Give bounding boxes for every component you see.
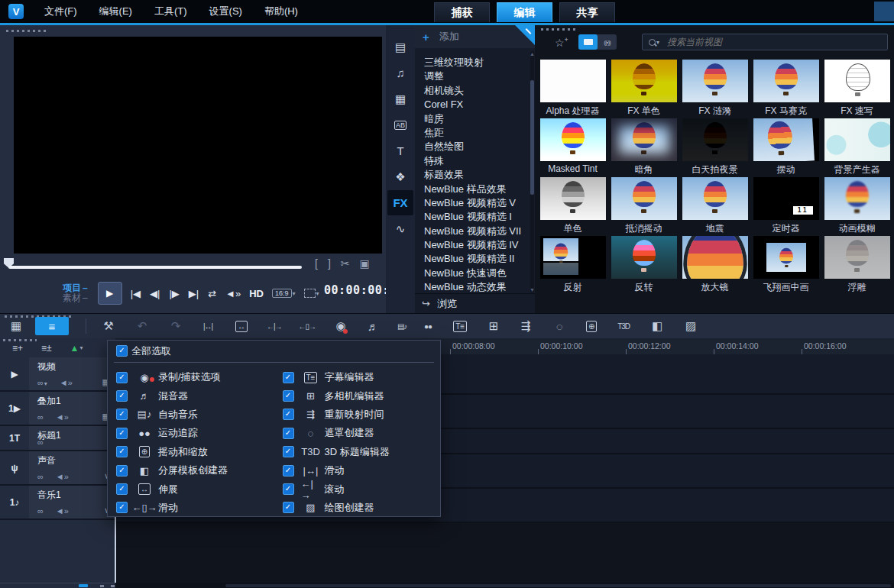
- previous-frame-button[interactable]: ◀|: [150, 288, 160, 299]
- category-item[interactable]: 相机镜头: [415, 84, 530, 98]
- graphic-icon[interactable]: ❖: [387, 164, 413, 189]
- multicam-editor-menu-item[interactable]: ⊞多相机编辑器: [283, 386, 441, 405]
- checkbox-checked[interactable]: [283, 390, 294, 402]
- category-item[interactable]: 焦距: [415, 126, 530, 140]
- mode-tab[interactable]: 编辑: [497, 2, 552, 22]
- next-frame-button[interactable]: |▶: [169, 288, 179, 299]
- selection-tool[interactable]: ▾: [304, 289, 319, 298]
- scroll-button[interactable]: ←|→: [267, 317, 282, 335]
- effect-thumbnail[interactable]: [753, 236, 819, 279]
- effect-thumbnail[interactable]: [824, 236, 890, 279]
- category-item[interactable]: NewBlue 视频精选 I: [415, 210, 530, 224]
- effect-thumbnail[interactable]: [540, 236, 606, 279]
- effect-thumbnail[interactable]: [753, 60, 819, 102]
- search-input[interactable]: [666, 36, 867, 48]
- checkbox-checked[interactable]: [116, 428, 128, 439]
- storyboard-view-button[interactable]: ▦: [9, 317, 23, 335]
- link-icon[interactable]: ∞: [37, 438, 44, 447]
- category-item[interactable]: NewBlue 视频精选 V: [415, 196, 530, 210]
- checkbox-checked[interactable]: [283, 372, 294, 383]
- effect-item[interactable]: 11定时器: [750, 177, 821, 236]
- subtitle-editor-menu-item[interactable]: T≡字幕编辑器: [283, 368, 441, 386]
- painting-creator-menu-item[interactable]: ▨绘图创建器: [283, 499, 441, 517]
- mask-creator-button[interactable]: ◌: [552, 317, 566, 335]
- checkbox-checked[interactable]: [283, 465, 294, 477]
- menubar-item[interactable]: 帮助(H): [264, 5, 298, 18]
- checkbox-checked[interactable]: [116, 345, 128, 357]
- checkbox-checked[interactable]: [283, 428, 294, 439]
- effect-item[interactable]: 飞翔画中画: [750, 236, 821, 295]
- effect-item[interactable]: 反射: [537, 236, 608, 295]
- effect-item[interactable]: Masked Tint: [537, 118, 608, 177]
- auto-music-button[interactable]: ▤♪: [395, 317, 409, 335]
- effect-thumbnail[interactable]: [611, 177, 677, 220]
- track-header-title[interactable]: 1T标题1∞: [0, 426, 115, 451]
- audio-icon[interactable]: ♫: [387, 60, 413, 86]
- scroll-menu-item[interactable]: ←|→滚动: [283, 480, 441, 498]
- add-track-icon[interactable]: ≡±: [41, 343, 52, 354]
- category-item[interactable]: NewBlue 视频精选 VII: [415, 225, 530, 238]
- effect-item[interactable]: Alpha 处理器: [537, 60, 608, 118]
- motion-tracking-menu-item[interactable]: ●●运动追踪: [116, 424, 274, 442]
- effect-item[interactable]: 单色: [537, 177, 608, 236]
- track-header-overlay[interactable]: 1▶叠加1∞◄»▦: [0, 392, 115, 426]
- effect-thumbnail[interactable]: [682, 60, 748, 102]
- checkbox-checked[interactable]: [116, 502, 128, 513]
- category-item[interactable]: 暗房: [415, 112, 530, 126]
- effect-thumbnail[interactable]: [540, 177, 606, 220]
- effect-thumbnail[interactable]: [540, 118, 606, 161]
- split-screen-template-creator-menu-item[interactable]: ◧分屏模板创建器: [116, 461, 274, 480]
- search-box[interactable]: ▾: [642, 34, 888, 50]
- mask-creator-menu-item[interactable]: ◌遮罩创建器: [283, 424, 441, 442]
- link-icon[interactable]: ∞: [37, 412, 44, 422]
- link-icon[interactable]: ∞: [37, 506, 44, 515]
- motion-path-icon[interactable]: ∿: [387, 216, 413, 241]
- 3d-title-editor-menu-item[interactable]: T3D3D 标题编辑器: [283, 443, 441, 461]
- effect-thumbnail[interactable]: [611, 118, 677, 161]
- add-category-button[interactable]: 添加: [439, 30, 459, 44]
- ripple-edit-icon[interactable]: ▲▾: [70, 343, 83, 354]
- effect-thumbnail[interactable]: [682, 118, 748, 161]
- effect-thumbnail[interactable]: [824, 177, 890, 220]
- category-item[interactable]: 自然绘图: [415, 140, 530, 153]
- checkbox-checked[interactable]: [116, 465, 128, 477]
- checkbox-checked[interactable]: [283, 502, 294, 513]
- category-item[interactable]: 特殊: [415, 154, 530, 168]
- pan-and-zoom-menu-item[interactable]: ⊕摇动和缩放: [116, 443, 274, 461]
- category-item[interactable]: NewBlue 样品效果: [415, 183, 530, 196]
- effect-thumbnail[interactable]: [682, 177, 748, 220]
- category-item[interactable]: NewBlue 动态效果: [415, 280, 530, 294]
- empty-timeline-area[interactable]: [115, 523, 894, 584]
- subtitle-editor-button[interactable]: T≡: [453, 317, 467, 335]
- horizontal-scrollbar[interactable]: [225, 584, 891, 587]
- effect-thumbnail[interactable]: [540, 60, 606, 102]
- checkbox-checked[interactable]: [116, 390, 128, 402]
- track-header-music[interactable]: 1♪音乐1∞◄»∨: [0, 486, 115, 520]
- effect-thumbnail[interactable]: [682, 236, 748, 279]
- auto-music-menu-item[interactable]: ▤♪自动音乐: [116, 405, 274, 424]
- effect-item[interactable]: 浮雕: [821, 236, 892, 295]
- time-remapping-menu-item[interactable]: ⇶重新映射时间: [283, 405, 441, 424]
- mute-icon[interactable]: ◄»: [56, 506, 69, 515]
- repeat-button[interactable]: ⇄: [208, 288, 216, 299]
- pin-corner[interactable]: [515, 25, 535, 45]
- hd-toggle[interactable]: HD: [249, 288, 264, 299]
- effect-thumbnail[interactable]: 11: [753, 177, 819, 220]
- category-item[interactable]: NewBlue 快速调色: [415, 267, 530, 280]
- mode-tab[interactable]: 共享: [559, 2, 615, 22]
- track-header-video[interactable]: ▶视频∞▾◄»▦: [0, 357, 115, 392]
- mode-tab[interactable]: 捕获: [434, 2, 490, 22]
- effect-item[interactable]: 白天拍夜景: [679, 118, 750, 177]
- track-header-voice[interactable]: ψ声音∞◄»∨: [0, 451, 115, 486]
- effect-item[interactable]: FX 单色: [608, 60, 679, 118]
- effect-thumbnail[interactable]: [611, 60, 677, 102]
- mark-out-button[interactable]: ]: [328, 257, 331, 270]
- show-audio-toggle[interactable]: ((•)): [598, 34, 617, 50]
- 3d-title-editor-button[interactable]: T3D: [617, 317, 630, 335]
- menubar-item[interactable]: 编辑(E): [99, 5, 132, 18]
- menubar-item[interactable]: 文件(F): [44, 5, 77, 18]
- stretch-button[interactable]: ↔: [235, 317, 248, 335]
- menubar-item[interactable]: 工具(T): [154, 5, 187, 18]
- effect-item[interactable]: 放大镜: [679, 236, 750, 295]
- checkbox-checked[interactable]: [116, 483, 128, 495]
